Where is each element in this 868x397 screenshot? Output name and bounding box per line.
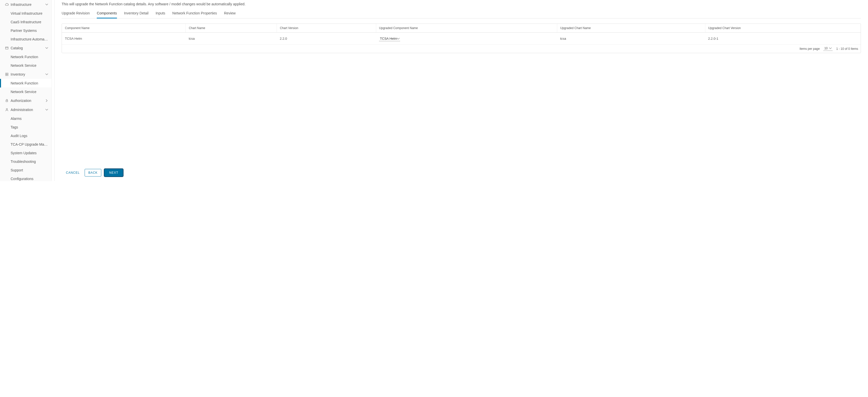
nav-item[interactable]: CaaS Infrastructure [0, 18, 52, 26]
page-size-value: 10 [824, 47, 828, 50]
nav-item[interactable]: Infrastructure Automati... [0, 35, 52, 44]
nav-group-label: Inventory [10, 72, 43, 76]
user-icon [5, 108, 8, 112]
back-button[interactable]: BACK [85, 169, 101, 176]
tab[interactable]: Network Function Properties [172, 9, 217, 18]
nav-item[interactable]: TCA-CP Upgrade Mana... [0, 140, 52, 149]
tabs-row: Upgrade RevisionComponentsInventory Deta… [62, 9, 861, 19]
svg-rect-0 [5, 47, 8, 49]
chevron-down-icon [397, 37, 400, 40]
nav-item[interactable]: Network Function [0, 79, 52, 87]
nav-item[interactable]: Network Service [0, 87, 52, 96]
nav-group-inventory[interactable]: Inventory [0, 70, 52, 79]
chevron-down-icon [45, 73, 49, 76]
cell-chart-name: tcsa [186, 33, 277, 45]
nav-item[interactable]: Troubleshooting [0, 157, 52, 166]
nav-item[interactable]: Partner Systems [0, 26, 52, 35]
upgraded-component-value: TCSA Helm [380, 37, 397, 40]
svg-rect-2 [5, 73, 6, 74]
nav-group-label: Infrastructure [10, 2, 43, 6]
chevron-down-icon [45, 3, 49, 6]
svg-rect-6 [6, 101, 8, 102]
nav-item[interactable]: Network Function [0, 53, 52, 61]
nav-item[interactable]: Tags [0, 123, 52, 132]
nav-item[interactable]: Virtual Infrastructure [0, 9, 52, 18]
nav-item[interactable]: Network Service [0, 61, 52, 70]
page-size-select[interactable]: 10 [823, 47, 833, 51]
items-per-page-label: Items per page [800, 47, 820, 51]
chevron-down-icon [45, 46, 49, 50]
svg-point-7 [6, 109, 7, 110]
main-panel: This will upgrade the Network Function c… [52, 0, 868, 181]
components-table-wrap: Component NameChart NameChart VersionUpg… [62, 24, 861, 53]
nav-item[interactable]: Audit Logs [0, 132, 52, 140]
grid-icon [5, 73, 8, 76]
pagination-range: 1 - 10 of 0 Items [836, 47, 858, 51]
tab[interactable]: Upgrade Revision [62, 9, 90, 18]
nav-group-authorization[interactable]: Authorization [0, 96, 52, 105]
tab[interactable]: Components [97, 9, 117, 18]
column-header[interactable]: Chart Version [277, 24, 376, 33]
column-header[interactable]: Upgraded Chart Name [557, 24, 705, 33]
tab[interactable]: Inputs [156, 9, 165, 18]
chevron-down-icon [829, 47, 832, 50]
column-header[interactable]: Upgraded Chart Version [705, 24, 861, 33]
nav-item[interactable]: Configurations [0, 174, 52, 181]
nav-item[interactable]: Support [0, 166, 52, 174]
cell-chart-version: 2.2.0 [277, 33, 376, 45]
cloud-icon [5, 3, 8, 6]
table-row: TCSA Helmtcsa2.2.0TCSA Helmtcsa2.2.0-1 [62, 33, 861, 45]
nav-item[interactable]: System Updates [0, 149, 52, 157]
cancel-button[interactable]: CANCEL [64, 169, 82, 176]
cell-upgraded-chart-name: tcsa [557, 33, 705, 45]
nav-group-label: Administration [10, 108, 43, 112]
page-description: This will upgrade the Network Function c… [62, 0, 861, 9]
nav-group-administration[interactable]: Administration [0, 105, 52, 114]
chevron-right-icon [45, 99, 49, 103]
svg-rect-4 [5, 75, 6, 76]
column-header[interactable]: Chart Name [186, 24, 277, 33]
nav-group-label: Authorization [10, 98, 43, 103]
components-table: Component NameChart NameChart VersionUpg… [62, 24, 861, 45]
cell-upgraded-chart-version: 2.2.0-1 [705, 33, 861, 45]
tab[interactable]: Review [224, 9, 236, 18]
tab[interactable]: Inventory Detail [124, 9, 149, 18]
catalog-icon [5, 46, 8, 50]
column-header[interactable]: Upgraded Component Name [376, 24, 557, 33]
nav-group-catalog[interactable]: Catalog [0, 44, 52, 53]
column-header[interactable]: Component Name [62, 24, 186, 33]
svg-rect-5 [7, 75, 8, 76]
nav-item[interactable]: Alarms [0, 114, 52, 123]
pagination: Items per page 10 1 - 10 of 0 Items [62, 45, 861, 53]
wizard-actions: CANCEL BACK NEXT [54, 165, 868, 181]
chevron-down-icon [45, 108, 49, 112]
cell-component-name: TCSA Helm [62, 33, 186, 45]
svg-rect-3 [7, 73, 8, 74]
nav-group-label: Catalog [10, 46, 43, 50]
next-button[interactable]: NEXT [104, 169, 123, 176]
lock-icon [5, 99, 8, 103]
nav-group-infrastructure[interactable]: Infrastructure [0, 0, 52, 9]
cell-upgraded-component-name: TCSA Helm [376, 33, 557, 45]
sidebar: InfrastructureVirtual InfrastructureCaaS… [0, 0, 52, 181]
upgraded-component-select[interactable]: TCSA Helm [379, 36, 400, 41]
